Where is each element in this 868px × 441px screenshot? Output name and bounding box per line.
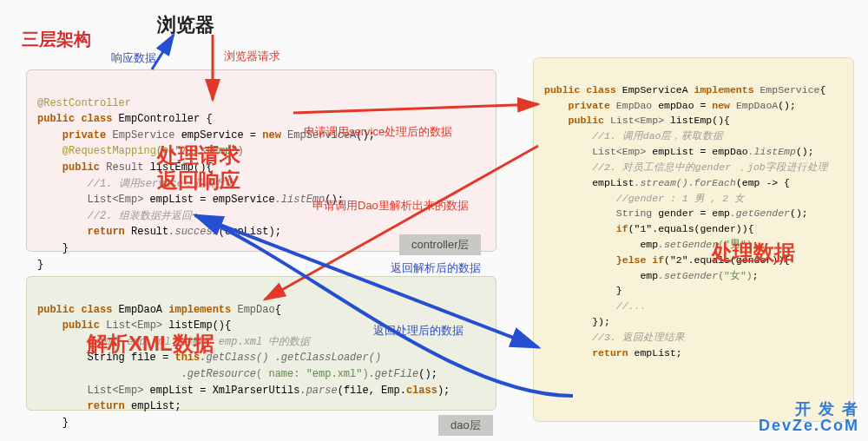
label-parse-xml: 解析XML数据 (87, 330, 214, 358)
dao-code: public class EmpDaoA implements EmpDao{ … (37, 286, 485, 431)
label-response-data: 响应数据 (111, 50, 156, 66)
service-code: public class EmpServiceA implements EmpS… (544, 67, 843, 360)
label-process-data: 处理数据 (712, 239, 795, 267)
label-return-parsed: 返回解析后的数据 (391, 260, 481, 276)
service-card: public class EmpServiceA implements EmpS… (533, 57, 854, 422)
controller-layer-tag: controller层 (399, 234, 481, 255)
controller-card: @RestController public class EmpControll… (26, 69, 496, 252)
label-handle-request: 处理请求 (157, 142, 240, 169)
label-call-service: 申请调用service处理后的数据 (304, 124, 452, 140)
dao-layer-tag: dao层 (438, 415, 493, 436)
title-browser: 浏览器 (157, 12, 214, 38)
label-call-dao: 申请调用Dao里解析出来的数据 (312, 198, 469, 214)
title-architecture: 三层架构 (22, 28, 91, 51)
label-browser-request: 浏览器请求 (224, 49, 280, 64)
label-return-processed: 返回处理后的数据 (373, 323, 464, 339)
label-return-response: 返回响应 (157, 167, 240, 194)
watermark: 开 发 者 DevZe.CoM (759, 401, 859, 434)
